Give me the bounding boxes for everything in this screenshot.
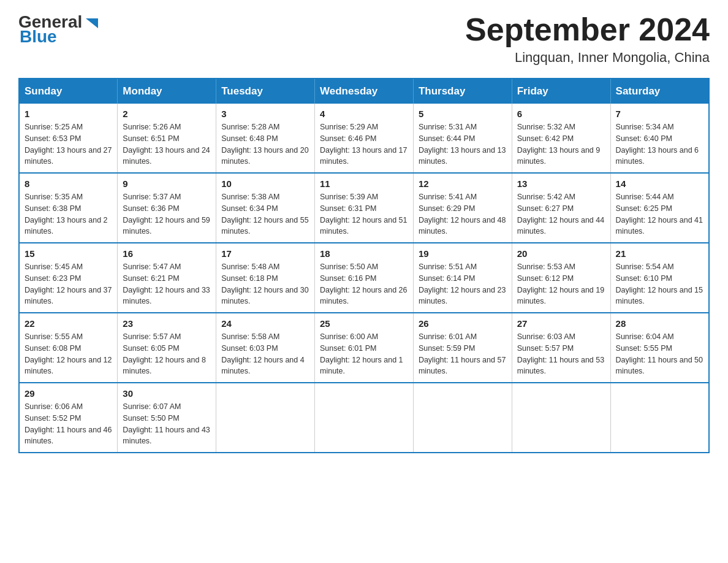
logo: General Blue (18, 12, 100, 47)
calendar-cell: 25Sunrise: 6:00 AMSunset: 6:01 PMDayligh… (315, 313, 414, 383)
header-row: SundayMondayTuesdayWednesdayThursdayFrid… (19, 79, 709, 104)
calendar-cell: 4Sunrise: 5:29 AMSunset: 6:46 PMDaylight… (315, 104, 414, 173)
calendar-week-5: 29Sunrise: 6:06 AMSunset: 5:52 PMDayligh… (19, 383, 709, 453)
calendar-cell: 10Sunrise: 5:38 AMSunset: 6:34 PMDayligh… (216, 173, 315, 243)
calendar-cell: 19Sunrise: 5:51 AMSunset: 6:14 PMDayligh… (413, 243, 512, 313)
day-info: Sunrise: 5:37 AMSunset: 6:36 PMDaylight:… (123, 191, 211, 237)
header-cell-saturday: Saturday (610, 79, 709, 104)
day-number: 26 (419, 318, 507, 329)
day-info: Sunrise: 5:51 AMSunset: 6:14 PMDaylight:… (419, 261, 507, 307)
day-info: Sunrise: 5:35 AMSunset: 6:38 PMDaylight:… (25, 191, 112, 237)
day-number: 28 (616, 318, 703, 329)
calendar-cell: 3Sunrise: 5:28 AMSunset: 6:48 PMDaylight… (216, 104, 315, 173)
day-number: 15 (25, 248, 112, 259)
day-number: 20 (517, 248, 605, 259)
header-cell-monday: Monday (118, 79, 216, 104)
calendar-cell: 26Sunrise: 6:01 AMSunset: 5:59 PMDayligh… (413, 313, 512, 383)
calendar-cell: 14Sunrise: 5:44 AMSunset: 6:25 PMDayligh… (610, 173, 709, 243)
calendar-cell: 28Sunrise: 6:04 AMSunset: 5:55 PMDayligh… (610, 313, 709, 383)
day-info: Sunrise: 5:29 AMSunset: 6:46 PMDaylight:… (320, 121, 408, 167)
day-info: Sunrise: 5:45 AMSunset: 6:23 PMDaylight:… (25, 261, 112, 307)
day-info: Sunrise: 5:31 AMSunset: 6:44 PMDaylight:… (419, 121, 507, 167)
calendar-cell (315, 383, 414, 453)
day-number: 5 (419, 109, 507, 119)
day-number: 4 (320, 109, 408, 119)
calendar-cell: 18Sunrise: 5:50 AMSunset: 6:16 PMDayligh… (315, 243, 414, 313)
day-info: Sunrise: 6:07 AMSunset: 5:50 PMDaylight:… (123, 401, 211, 447)
day-number: 14 (616, 178, 703, 189)
day-number: 27 (517, 318, 605, 329)
calendar-cell: 9Sunrise: 5:37 AMSunset: 6:36 PMDaylight… (118, 173, 216, 243)
header-cell-friday: Friday (512, 79, 610, 104)
day-number: 7 (616, 109, 703, 119)
day-info: Sunrise: 6:03 AMSunset: 5:57 PMDaylight:… (517, 331, 605, 377)
day-info: Sunrise: 5:47 AMSunset: 6:21 PMDaylight:… (123, 261, 211, 307)
calendar-cell (216, 383, 315, 453)
page-header: General Blue September 2024 Lingquan, In… (18, 12, 710, 66)
calendar-cell: 5Sunrise: 5:31 AMSunset: 6:44 PMDaylight… (413, 104, 512, 173)
day-info: Sunrise: 5:53 AMSunset: 6:12 PMDaylight:… (517, 261, 605, 307)
day-number: 1 (25, 109, 112, 119)
day-number: 11 (320, 178, 408, 189)
calendar-cell: 1Sunrise: 5:25 AMSunset: 6:53 PMDaylight… (19, 104, 118, 173)
calendar-cell (413, 383, 512, 453)
calendar-cell: 11Sunrise: 5:39 AMSunset: 6:31 PMDayligh… (315, 173, 414, 243)
day-number: 24 (221, 318, 309, 329)
calendar-week-3: 15Sunrise: 5:45 AMSunset: 6:23 PMDayligh… (19, 243, 709, 313)
calendar-table: SundayMondayTuesdayWednesdayThursdayFrid… (18, 78, 710, 453)
svg-marker-0 (86, 18, 98, 28)
day-info: Sunrise: 6:06 AMSunset: 5:52 PMDaylight:… (25, 401, 112, 447)
calendar-cell: 21Sunrise: 5:54 AMSunset: 6:10 PMDayligh… (610, 243, 709, 313)
month-title: September 2024 (465, 12, 710, 47)
calendar-cell: 15Sunrise: 5:45 AMSunset: 6:23 PMDayligh… (19, 243, 118, 313)
title-section: September 2024 Lingquan, Inner Mongolia,… (465, 12, 710, 66)
calendar-cell: 6Sunrise: 5:32 AMSunset: 6:42 PMDaylight… (512, 104, 610, 173)
calendar-cell: 16Sunrise: 5:47 AMSunset: 6:21 PMDayligh… (118, 243, 216, 313)
calendar-cell: 30Sunrise: 6:07 AMSunset: 5:50 PMDayligh… (118, 383, 216, 453)
location-title: Lingquan, Inner Mongolia, China (465, 50, 710, 66)
day-info: Sunrise: 5:25 AMSunset: 6:53 PMDaylight:… (25, 121, 112, 167)
day-number: 22 (25, 318, 112, 329)
day-number: 12 (419, 178, 507, 189)
calendar-cell: 2Sunrise: 5:26 AMSunset: 6:51 PMDaylight… (118, 104, 216, 173)
day-number: 8 (25, 178, 112, 189)
calendar-week-4: 22Sunrise: 5:55 AMSunset: 6:08 PMDayligh… (19, 313, 709, 383)
day-number: 19 (419, 248, 507, 259)
day-info: Sunrise: 5:28 AMSunset: 6:48 PMDaylight:… (221, 121, 309, 167)
day-number: 29 (25, 388, 112, 399)
calendar-cell: 17Sunrise: 5:48 AMSunset: 6:18 PMDayligh… (216, 243, 315, 313)
header-cell-thursday: Thursday (413, 79, 512, 104)
day-info: Sunrise: 5:42 AMSunset: 6:27 PMDaylight:… (517, 191, 605, 237)
day-info: Sunrise: 5:34 AMSunset: 6:40 PMDaylight:… (616, 121, 703, 167)
header-cell-wednesday: Wednesday (315, 79, 414, 104)
day-number: 2 (123, 109, 211, 119)
day-info: Sunrise: 5:48 AMSunset: 6:18 PMDaylight:… (221, 261, 309, 307)
logo-triangle-icon (83, 15, 100, 32)
calendar-cell: 24Sunrise: 5:58 AMSunset: 6:03 PMDayligh… (216, 313, 315, 383)
day-number: 25 (320, 318, 408, 329)
day-number: 23 (123, 318, 211, 329)
logo-blue-text: Blue (20, 27, 57, 47)
calendar-week-1: 1Sunrise: 5:25 AMSunset: 6:53 PMDaylight… (19, 104, 709, 173)
day-number: 10 (221, 178, 309, 189)
day-info: Sunrise: 5:55 AMSunset: 6:08 PMDaylight:… (25, 331, 112, 377)
day-info: Sunrise: 5:32 AMSunset: 6:42 PMDaylight:… (517, 121, 605, 167)
day-info: Sunrise: 5:41 AMSunset: 6:29 PMDaylight:… (419, 191, 507, 237)
day-number: 18 (320, 248, 408, 259)
day-info: Sunrise: 6:00 AMSunset: 6:01 PMDaylight:… (320, 331, 408, 377)
day-number: 13 (517, 178, 605, 189)
calendar-header: SundayMondayTuesdayWednesdayThursdayFrid… (19, 79, 709, 104)
calendar-cell: 8Sunrise: 5:35 AMSunset: 6:38 PMDaylight… (19, 173, 118, 243)
day-number: 21 (616, 248, 703, 259)
day-info: Sunrise: 5:38 AMSunset: 6:34 PMDaylight:… (221, 191, 309, 237)
day-info: Sunrise: 5:58 AMSunset: 6:03 PMDaylight:… (221, 331, 309, 377)
day-info: Sunrise: 5:26 AMSunset: 6:51 PMDaylight:… (123, 121, 211, 167)
day-number: 16 (123, 248, 211, 259)
day-number: 9 (123, 178, 211, 189)
calendar-week-2: 8Sunrise: 5:35 AMSunset: 6:38 PMDaylight… (19, 173, 709, 243)
calendar-cell: 29Sunrise: 6:06 AMSunset: 5:52 PMDayligh… (19, 383, 118, 453)
day-number: 3 (221, 109, 309, 119)
day-info: Sunrise: 6:01 AMSunset: 5:59 PMDaylight:… (419, 331, 507, 377)
calendar-body: 1Sunrise: 5:25 AMSunset: 6:53 PMDaylight… (19, 104, 709, 453)
day-info: Sunrise: 5:39 AMSunset: 6:31 PMDaylight:… (320, 191, 408, 237)
